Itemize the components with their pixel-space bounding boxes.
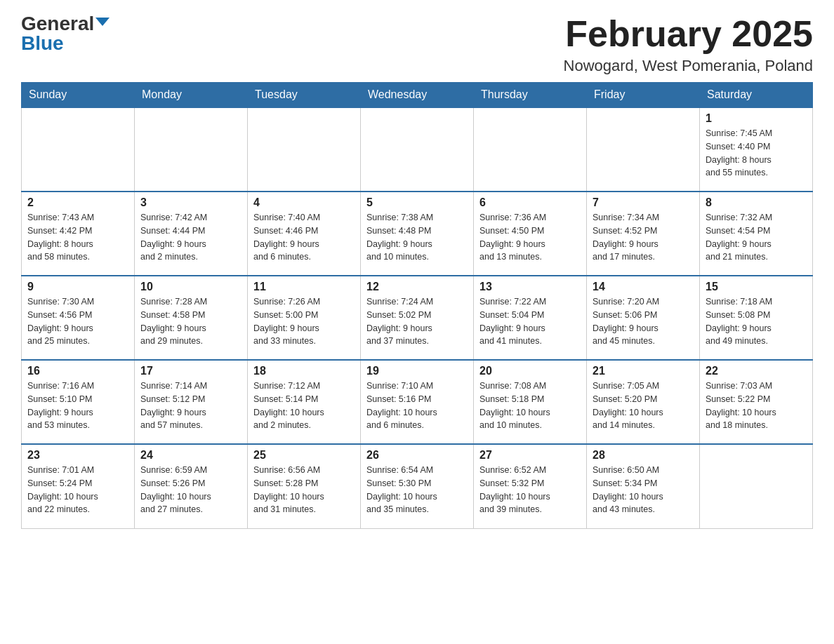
day-info: Sunrise: 7:30 AMSunset: 4:56 PMDaylight:… [27,295,128,348]
calendar-cell: 18Sunrise: 7:12 AMSunset: 5:14 PMDayligh… [248,360,361,444]
calendar-cell: 19Sunrise: 7:10 AMSunset: 5:16 PMDayligh… [361,360,474,444]
day-number: 25 [253,449,355,462]
day-number: 9 [27,281,128,293]
calendar-table: SundayMondayTuesdayWednesdayThursdayFrid… [21,82,813,529]
calendar-cell: 23Sunrise: 7:01 AMSunset: 5:24 PMDayligh… [22,444,135,528]
calendar-cell: 16Sunrise: 7:16 AMSunset: 5:10 PMDayligh… [22,360,135,444]
day-number: 28 [593,449,694,462]
calendar-cell: 2Sunrise: 7:43 AMSunset: 4:42 PMDaylight… [22,192,135,276]
day-number: 16 [27,365,128,377]
day-number: 21 [593,365,694,377]
calendar-cell: 11Sunrise: 7:26 AMSunset: 5:00 PMDayligh… [248,276,361,360]
calendar-cell: 20Sunrise: 7:08 AMSunset: 5:18 PMDayligh… [474,360,587,444]
logo-arrow-icon [95,18,110,26]
weekday-header-row: SundayMondayTuesdayWednesdayThursdayFrid… [22,83,813,108]
weekday-header-monday: Monday [135,83,248,108]
calendar-cell: 10Sunrise: 7:28 AMSunset: 4:58 PMDayligh… [135,276,248,360]
calendar-cell: 8Sunrise: 7:32 AMSunset: 4:54 PMDaylight… [700,192,813,276]
day-info: Sunrise: 7:24 AMSunset: 5:02 PMDaylight:… [366,295,468,348]
location-text: Nowogard, West Pomerania, Poland [564,57,813,75]
day-info: Sunrise: 7:32 AMSunset: 4:54 PMDaylight:… [706,211,807,264]
day-info: Sunrise: 7:12 AMSunset: 5:14 PMDaylight:… [253,380,355,432]
page-header: General Blue February 2025 Nowogard, Wes… [21,14,813,75]
day-info: Sunrise: 7:14 AMSunset: 5:12 PMDaylight:… [140,380,241,432]
day-number: 26 [366,449,468,462]
calendar-cell: 26Sunrise: 6:54 AMSunset: 5:30 PMDayligh… [361,444,474,528]
calendar-week-row: 1Sunrise: 7:45 AMSunset: 4:40 PMDaylight… [22,107,813,192]
day-info: Sunrise: 7:38 AMSunset: 4:48 PMDaylight:… [366,211,468,264]
day-info: Sunrise: 7:08 AMSunset: 5:18 PMDaylight:… [479,380,581,432]
day-info: Sunrise: 7:01 AMSunset: 5:24 PMDaylight:… [27,464,128,516]
day-info: Sunrise: 7:26 AMSunset: 5:00 PMDaylight:… [253,295,355,348]
calendar-week-row: 16Sunrise: 7:16 AMSunset: 5:10 PMDayligh… [22,360,813,444]
day-info: Sunrise: 6:50 AMSunset: 5:34 PMDaylight:… [593,464,694,516]
day-info: Sunrise: 7:03 AMSunset: 5:22 PMDaylight:… [706,380,807,432]
day-number: 19 [366,365,468,377]
calendar-cell [22,107,135,192]
calendar-cell: 17Sunrise: 7:14 AMSunset: 5:12 PMDayligh… [135,360,248,444]
day-info: Sunrise: 7:22 AMSunset: 5:04 PMDaylight:… [479,295,581,348]
calendar-cell: 15Sunrise: 7:18 AMSunset: 5:08 PMDayligh… [700,276,813,360]
day-info: Sunrise: 6:56 AMSunset: 5:28 PMDaylight:… [253,464,355,516]
day-number: 14 [593,281,694,293]
calendar-week-row: 9Sunrise: 7:30 AMSunset: 4:56 PMDaylight… [22,276,813,360]
calendar-cell [248,107,361,192]
day-info: Sunrise: 6:54 AMSunset: 5:30 PMDaylight:… [366,464,468,516]
calendar-cell: 28Sunrise: 6:50 AMSunset: 5:34 PMDayligh… [587,444,700,528]
weekday-header-friday: Friday [587,83,700,108]
day-number: 6 [479,196,581,209]
day-info: Sunrise: 7:43 AMSunset: 4:42 PMDaylight:… [27,211,128,264]
day-number: 7 [593,196,694,209]
calendar-cell: 3Sunrise: 7:42 AMSunset: 4:44 PMDaylight… [135,192,248,276]
calendar-cell: 4Sunrise: 7:40 AMSunset: 4:46 PMDaylight… [248,192,361,276]
calendar-cell: 12Sunrise: 7:24 AMSunset: 5:02 PMDayligh… [361,276,474,360]
day-number: 4 [253,196,355,209]
calendar-cell [700,444,813,528]
day-info: Sunrise: 7:18 AMSunset: 5:08 PMDaylight:… [706,295,807,348]
calendar-week-row: 2Sunrise: 7:43 AMSunset: 4:42 PMDaylight… [22,192,813,276]
month-title: February 2025 [564,14,813,54]
calendar-body: 1Sunrise: 7:45 AMSunset: 4:40 PMDaylight… [22,107,813,528]
day-number: 1 [706,112,807,125]
logo-blue-text: Blue [21,34,64,53]
calendar-cell: 6Sunrise: 7:36 AMSunset: 4:50 PMDaylight… [474,192,587,276]
day-number: 23 [27,449,128,462]
day-number: 10 [140,281,241,293]
calendar-cell: 22Sunrise: 7:03 AMSunset: 5:22 PMDayligh… [700,360,813,444]
calendar-cell [135,107,248,192]
day-number: 18 [253,365,355,377]
calendar-cell [361,107,474,192]
calendar-cell: 13Sunrise: 7:22 AMSunset: 5:04 PMDayligh… [474,276,587,360]
calendar-cell: 21Sunrise: 7:05 AMSunset: 5:20 PMDayligh… [587,360,700,444]
day-info: Sunrise: 7:40 AMSunset: 4:46 PMDaylight:… [253,211,355,264]
day-info: Sunrise: 7:20 AMSunset: 5:06 PMDaylight:… [593,295,694,348]
day-number: 24 [140,449,241,462]
day-number: 2 [27,196,128,209]
day-info: Sunrise: 7:05 AMSunset: 5:20 PMDaylight:… [593,380,694,432]
day-info: Sunrise: 7:34 AMSunset: 4:52 PMDaylight:… [593,211,694,264]
calendar-cell [474,107,587,192]
day-info: Sunrise: 7:36 AMSunset: 4:50 PMDaylight:… [479,211,581,264]
day-info: Sunrise: 6:52 AMSunset: 5:32 PMDaylight:… [479,464,581,516]
calendar-cell [587,107,700,192]
calendar-cell: 5Sunrise: 7:38 AMSunset: 4:48 PMDaylight… [361,192,474,276]
title-block: February 2025 Nowogard, West Pomerania, … [564,14,813,75]
day-number: 3 [140,196,241,209]
weekday-header-wednesday: Wednesday [361,83,474,108]
day-number: 5 [366,196,468,209]
day-info: Sunrise: 7:16 AMSunset: 5:10 PMDaylight:… [27,380,128,432]
day-number: 13 [479,281,581,293]
weekday-header-thursday: Thursday [474,83,587,108]
day-number: 12 [366,281,468,293]
calendar-cell: 25Sunrise: 6:56 AMSunset: 5:28 PMDayligh… [248,444,361,528]
day-number: 15 [706,281,807,293]
calendar-cell: 1Sunrise: 7:45 AMSunset: 4:40 PMDaylight… [700,107,813,192]
calendar-cell: 27Sunrise: 6:52 AMSunset: 5:32 PMDayligh… [474,444,587,528]
day-info: Sunrise: 7:42 AMSunset: 4:44 PMDaylight:… [140,211,241,264]
calendar-cell: 9Sunrise: 7:30 AMSunset: 4:56 PMDaylight… [22,276,135,360]
day-number: 8 [706,196,807,209]
day-number: 11 [253,281,355,293]
weekday-header-saturday: Saturday [700,83,813,108]
day-info: Sunrise: 6:59 AMSunset: 5:26 PMDaylight:… [140,464,241,516]
calendar-cell: 14Sunrise: 7:20 AMSunset: 5:06 PMDayligh… [587,276,700,360]
